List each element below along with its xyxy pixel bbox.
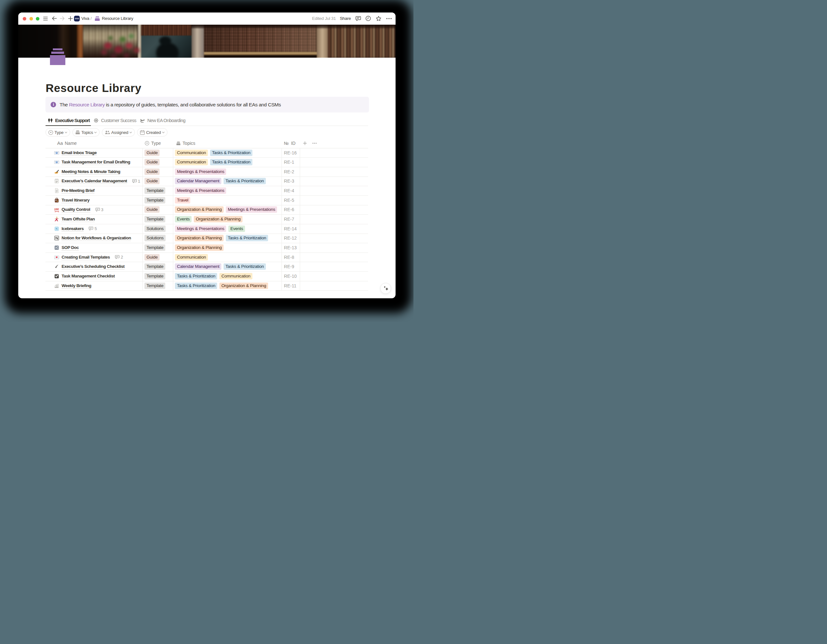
svg-text:E: E (56, 152, 57, 153)
svg-text:100: 100 (54, 208, 59, 211)
svg-text:E: E (56, 161, 57, 163)
